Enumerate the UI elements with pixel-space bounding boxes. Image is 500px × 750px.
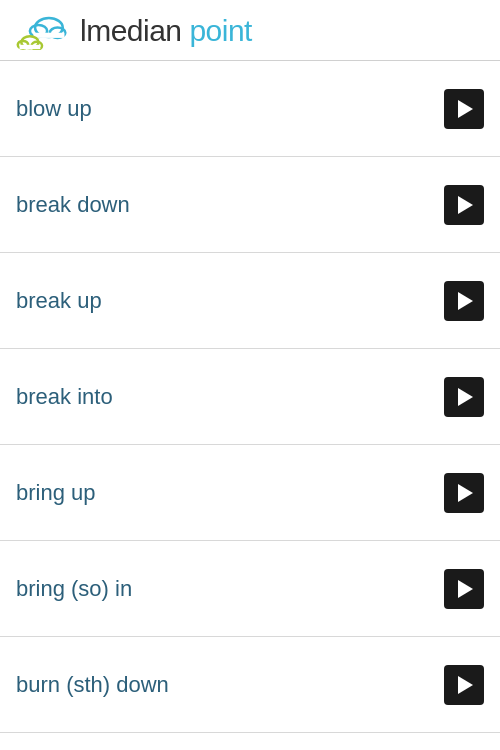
- phrase-list: blow upbreak downbreak upbreak intobring…: [0, 61, 500, 733]
- item-label: break down: [16, 192, 130, 218]
- play-button[interactable]: [444, 89, 484, 129]
- title-part2: point: [182, 14, 252, 47]
- item-label: burn (sth) down: [16, 672, 169, 698]
- play-icon: [458, 580, 473, 598]
- play-button[interactable]: [444, 377, 484, 417]
- header: lmedian point: [0, 0, 500, 61]
- play-icon: [458, 676, 473, 694]
- play-button[interactable]: [444, 281, 484, 321]
- item-label: bring (so) in: [16, 576, 132, 602]
- svg-rect-7: [20, 45, 41, 49]
- play-button[interactable]: [444, 185, 484, 225]
- logo-icon: [16, 12, 68, 50]
- item-label: bring up: [16, 480, 96, 506]
- play-icon: [458, 388, 473, 406]
- item-label: break up: [16, 288, 102, 314]
- play-button[interactable]: [444, 569, 484, 609]
- header-title: lmedian point: [80, 14, 252, 48]
- play-icon: [458, 292, 473, 310]
- item-label: break into: [16, 384, 113, 410]
- item-label: blow up: [16, 96, 92, 122]
- svg-rect-3: [33, 33, 64, 38]
- play-icon: [458, 100, 473, 118]
- list-item[interactable]: break down: [0, 157, 500, 253]
- list-item[interactable]: blow up: [0, 61, 500, 157]
- play-icon: [458, 484, 473, 502]
- list-item[interactable]: break into: [0, 349, 500, 445]
- play-button[interactable]: [444, 473, 484, 513]
- play-icon: [458, 196, 473, 214]
- list-item[interactable]: bring (so) in: [0, 541, 500, 637]
- logo-container: [16, 12, 68, 50]
- list-item[interactable]: burn (sth) down: [0, 637, 500, 733]
- title-part1: lmedian: [80, 14, 182, 47]
- list-item[interactable]: bring up: [0, 445, 500, 541]
- play-button[interactable]: [444, 665, 484, 705]
- list-item[interactable]: break up: [0, 253, 500, 349]
